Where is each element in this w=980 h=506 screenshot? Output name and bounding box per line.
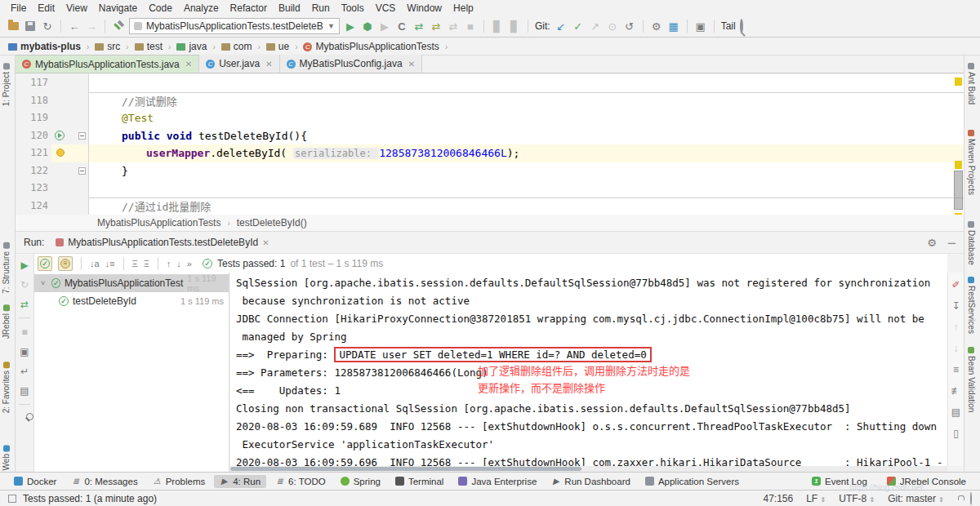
git-commit-icon[interactable]: ✓	[572, 20, 585, 33]
toolwindow-button-0-messages[interactable]: ≣0: Messages	[65, 475, 143, 488]
show-ignored-toggle[interactable]: ≡	[58, 256, 73, 271]
back-icon[interactable]: ←	[68, 20, 81, 33]
wrench-icon[interactable]: ⚙	[650, 20, 663, 33]
profiler-cpu-icon[interactable]: ▊	[508, 20, 521, 33]
expand-all-icon[interactable]: Ξ	[132, 259, 138, 269]
print-icon[interactable]: ≢	[951, 385, 962, 397]
menu-item-run[interactable]: Run	[306, 1, 336, 16]
jrebel-debug-button[interactable]: ⇄	[430, 20, 443, 33]
sort-by-duration-icon[interactable]: ↓≡	[105, 259, 115, 269]
menu-item-window[interactable]: Window	[401, 1, 448, 16]
run-tab[interactable]: MybatisPlusApplicationTests.testDeleteBy…	[51, 235, 274, 250]
menu-item-navigate[interactable]: Navigate	[93, 1, 143, 16]
toolwindow-button-problems[interactable]: ⚠Problems	[147, 475, 212, 488]
scroll-up-icon[interactable]: ↑	[951, 322, 962, 333]
editor-tab-MyBatisPlusConfig.java[interactable]: CMyBatisPlusConfig.java✕	[280, 55, 422, 73]
scroll-down-icon[interactable]: ↓	[951, 343, 962, 354]
jrebel-sync-button[interactable]: ⇄	[447, 20, 460, 33]
editor-tab-User.java[interactable]: CUser.java✕	[199, 55, 279, 73]
run-button[interactable]: ▶	[344, 20, 357, 33]
breadcrumb-item-ue[interactable]: ue	[265, 40, 291, 53]
forward-icon[interactable]: →	[85, 20, 98, 33]
run-coverage-button[interactable]: ▶	[378, 20, 391, 33]
jrebel-run-button[interactable]: ⇄	[412, 20, 425, 33]
test-tree-row-testDeleteById[interactable]: ✓testDeleteById1 s 119 ms	[34, 292, 229, 310]
breadcrumb-item-com[interactable]: com	[220, 40, 254, 53]
collapse-all-icon[interactable]: Ξ	[144, 259, 149, 269]
toolwindow-button-maven-projects[interactable]: Maven Projects	[967, 127, 976, 195]
toolwindow-button-4-run[interactable]: ▶4: Run	[214, 475, 266, 488]
toolwindow-toggle-icon[interactable]	[8, 495, 16, 503]
chevron-down-icon[interactable]: ˅	[41, 279, 47, 287]
breadcrumb-item-java[interactable]: java	[175, 40, 208, 53]
run-test-gutter-icon[interactable]	[55, 131, 65, 140]
gear-icon[interactable]: ⚙	[927, 237, 937, 249]
fold-icon[interactable]	[78, 132, 86, 140]
menu-item-view[interactable]: View	[60, 1, 93, 16]
caret-position[interactable]: 47:156	[763, 493, 793, 504]
stop-icon[interactable]: ■	[19, 326, 31, 338]
toolwindow-button-event-log[interactable]: 1Event Log	[806, 475, 873, 488]
toolwindow-button-7-structure[interactable]: 7: Structure	[2, 240, 11, 294]
menu-item-tools[interactable]: Tools	[336, 1, 370, 16]
scroll-to-end-icon[interactable]: ≡	[951, 364, 962, 375]
toolwindow-button-jrebel-console[interactable]: JRebel Console	[881, 475, 972, 488]
hide-panel-icon[interactable]: ─	[948, 237, 956, 249]
git-history-icon[interactable]: ⊙	[606, 20, 619, 33]
toolwindow-button-jrebel[interactable]: JRebel	[2, 302, 11, 339]
breadcrumb-item-test[interactable]: test	[133, 40, 164, 53]
toolwindow-button-ant-build[interactable]: Ant Build	[967, 60, 976, 104]
scrollbar-thumb[interactable]	[230, 467, 581, 471]
rerun-button[interactable]: ▶	[19, 259, 31, 271]
menu-item-edit[interactable]: Edit	[32, 1, 60, 16]
git-branch-widget[interactable]: Git: master ⇕	[888, 493, 944, 504]
git-merge-icon[interactable]: ↗	[589, 20, 602, 33]
more-icon[interactable]: »	[187, 259, 192, 269]
next-failed-icon[interactable]: ↓	[176, 259, 181, 269]
console-hscrollbar[interactable]	[230, 466, 947, 472]
toolwindow-button-application-servers[interactable]: Application Servers	[639, 475, 745, 488]
breadcrumb-item-mybatis-plus[interactable]: mybatis-plus	[7, 40, 82, 53]
clear-console-icon[interactable]: ✐	[951, 279, 962, 291]
close-icon[interactable]: ✕	[408, 60, 415, 69]
stop-button[interactable]: ■	[464, 20, 477, 33]
build-hammer-icon[interactable]	[112, 20, 125, 33]
clear-all-icon[interactable]: ▤	[951, 406, 962, 418]
editor-tab-MybatisPlusApplicationTests.java[interactable]: CMybatisPlusApplicationTests.java✕	[16, 55, 199, 73]
toolwindow-button-restservices[interactable]: RestServices	[967, 274, 976, 334]
tail-label[interactable]: Tail	[721, 20, 736, 32]
previous-failed-icon[interactable]: ↑	[167, 259, 172, 269]
breadcrumb-method[interactable]: testDeleteById()	[237, 217, 307, 229]
code-editor[interactable]: 117118//测试删除119@Test120public void testD…	[16, 74, 964, 215]
toolwindow-button-database[interactable]: Database	[967, 219, 976, 265]
menu-item-build[interactable]: Build	[273, 1, 306, 16]
console-output[interactable]: SqlSession [org.apache.ibatis.session.de…	[230, 273, 947, 466]
save-all-icon[interactable]: ▣	[694, 20, 707, 33]
close-icon[interactable]: ✕	[185, 60, 192, 69]
encoding-widget[interactable]: UTF-8 ⇕	[839, 493, 875, 504]
toolwindow-button-java-enterprise[interactable]: Java Enterprise	[452, 475, 542, 488]
restore-layout-icon[interactable]: ▤	[19, 384, 31, 397]
project-structure-icon[interactable]: ▦	[667, 20, 680, 33]
rerun-failed-icon[interactable]: ↻	[19, 278, 31, 291]
breadcrumb-item-MybatisPlusApplicationTests[interactable]: CMybatisPlusApplicationTests	[301, 40, 440, 53]
toolwindow-button-web[interactable]: Web	[2, 442, 11, 470]
search-everywhere-icon[interactable]	[740, 20, 743, 32]
jrebel-rerun-icon[interactable]: ⇄	[19, 298, 31, 310]
run-configuration-select[interactable]: MybatisPlusApplicationTests.testDeleteBy…	[129, 18, 340, 34]
toolwindow-button-1-project[interactable]: 1: Project	[2, 60, 11, 106]
line-separator-widget[interactable]: LF ⇕	[806, 493, 826, 504]
fold-icon[interactable]	[78, 167, 86, 175]
intention-bulb-icon[interactable]	[56, 149, 65, 157]
trash-icon[interactable]: ▯	[951, 428, 962, 439]
import-results-icon[interactable]: ↵	[19, 365, 31, 377]
soft-wrap-icon[interactable]: ↧	[951, 300, 962, 312]
menu-item-help[interactable]: Help	[448, 1, 479, 16]
open-icon[interactable]	[7, 20, 20, 33]
debug-button[interactable]: ⬢	[361, 20, 374, 33]
toolwindow-button-bean-validation[interactable]: Bean Validation	[967, 344, 976, 412]
sort-alphabetically-icon[interactable]: ↓a	[90, 259, 100, 269]
show-passed-toggle[interactable]: ✓	[38, 256, 52, 271]
menu-item-vcs[interactable]: VCS	[370, 1, 402, 16]
git-update-icon[interactable]: ↙	[555, 20, 568, 33]
